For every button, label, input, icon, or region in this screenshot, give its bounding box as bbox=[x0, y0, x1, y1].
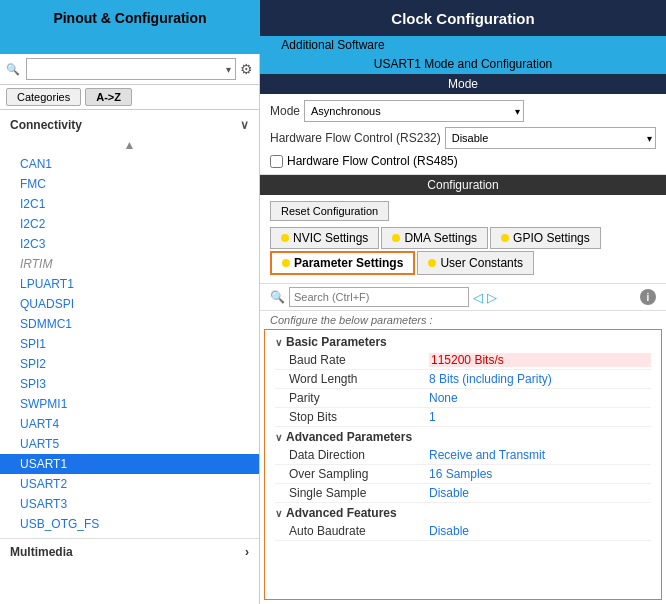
basic-section-header: ∨ Basic Parameters bbox=[275, 332, 651, 351]
mode-select-wrapper: Asynchronous bbox=[304, 100, 524, 122]
hw-flow-rs485-checkbox[interactable] bbox=[270, 155, 283, 168]
param-row-baud-rate: Baud Rate 115200 Bits/s bbox=[275, 351, 651, 370]
over-sampling-value: 16 Samples bbox=[429, 467, 651, 481]
search-dropdown-icon[interactable]: ▾ bbox=[226, 64, 231, 75]
advanced-features-label: Advanced Features bbox=[286, 506, 397, 520]
list-item-swpmi1[interactable]: SWPMI1 bbox=[0, 394, 259, 414]
gpio-label: GPIO Settings bbox=[513, 231, 590, 245]
list-item-quadspi[interactable]: QUADSPI bbox=[0, 294, 259, 314]
param-dot bbox=[282, 259, 290, 267]
tab-dma-settings[interactable]: DMA Settings bbox=[381, 227, 488, 249]
settings-icon[interactable]: ⚙ bbox=[240, 61, 253, 77]
word-length-value: 8 Bits (including Parity) bbox=[429, 372, 651, 386]
list-item-i2c2[interactable]: I2C2 bbox=[0, 214, 259, 234]
search-input[interactable] bbox=[31, 63, 224, 75]
mode-fields: Mode Asynchronous Hardware Flow Control … bbox=[260, 94, 666, 175]
over-sampling-name: Over Sampling bbox=[289, 467, 429, 481]
multimedia-expand-icon: › bbox=[245, 545, 249, 559]
list-item-usart1[interactable]: USART1 bbox=[0, 454, 259, 474]
list-item-irtim[interactable]: IRTIM bbox=[0, 254, 259, 274]
baud-rate-value: 115200 Bits/s bbox=[429, 353, 651, 367]
list-item-sdmmc1[interactable]: SDMMC1 bbox=[0, 314, 259, 334]
baud-rate-name: Baud Rate bbox=[289, 353, 429, 367]
list-item-spi1[interactable]: SPI1 bbox=[0, 334, 259, 354]
mode-section-header: Mode bbox=[260, 74, 666, 94]
reset-config-button[interactable]: Reset Configuration bbox=[270, 201, 389, 221]
param-row-auto-baudrate: Auto Baudrate Disable bbox=[275, 522, 651, 541]
parity-value: None bbox=[429, 391, 651, 405]
mode-select[interactable]: Asynchronous bbox=[304, 100, 524, 122]
stop-bits-name: Stop Bits bbox=[289, 410, 429, 424]
tab-categories[interactable]: Categories bbox=[6, 88, 81, 106]
advanced-collapse-icon[interactable]: ∨ bbox=[275, 432, 282, 443]
auto-baudrate-name: Auto Baudrate bbox=[289, 524, 429, 538]
config-inner: Reset Configuration NVIC Settings DMA Se… bbox=[260, 195, 666, 283]
param-search-input[interactable] bbox=[294, 291, 464, 303]
basic-section-label: Basic Parameters bbox=[286, 335, 387, 349]
advanced-features-header: ∨ Advanced Features bbox=[275, 503, 651, 522]
list-item-spi2[interactable]: SPI2 bbox=[0, 354, 259, 374]
tab-atoz[interactable]: A->Z bbox=[85, 88, 132, 106]
nav-prev-icon[interactable]: ◁ bbox=[473, 290, 483, 305]
data-direction-name: Data Direction bbox=[289, 448, 429, 462]
single-sample-name: Single Sample bbox=[289, 486, 429, 500]
user-dot bbox=[428, 259, 436, 267]
usart-mode-header: USART1 Mode and Configuration bbox=[260, 54, 666, 74]
search-bar: 🔍 ▾ ⚙ bbox=[0, 54, 259, 85]
left-tabs-bar: Categories A->Z bbox=[0, 85, 259, 110]
advanced-section-header: ∨ Advanced Parameters bbox=[275, 427, 651, 446]
hw-flow-label: Hardware Flow Control (RS232) bbox=[270, 131, 441, 145]
nvic-dot bbox=[281, 234, 289, 242]
hw-flow-select[interactable]: Disable bbox=[445, 127, 656, 149]
single-sample-value: Disable bbox=[429, 486, 651, 500]
dma-label: DMA Settings bbox=[404, 231, 477, 245]
pinout-config-header: Pinout & Configuration bbox=[0, 0, 260, 36]
list-item-usart2[interactable]: USART2 bbox=[0, 474, 259, 494]
configure-text: Configure the below parameters : bbox=[260, 311, 666, 329]
mode-label: Mode bbox=[270, 104, 300, 118]
basic-collapse-icon[interactable]: ∨ bbox=[275, 337, 282, 348]
list-item-lpuart1[interactable]: LPUART1 bbox=[0, 274, 259, 294]
param-row-single-sample: Single Sample Disable bbox=[275, 484, 651, 503]
hw-flow-rs485-row: Hardware Flow Control (RS485) bbox=[270, 154, 656, 168]
list-item-usart3[interactable]: USART3 bbox=[0, 494, 259, 514]
tab-gpio-settings[interactable]: GPIO Settings bbox=[490, 227, 601, 249]
params-table: ∨ Basic Parameters Baud Rate 115200 Bits… bbox=[264, 329, 662, 600]
list-item-fmc[interactable]: FMC bbox=[0, 174, 259, 194]
connectivity-category[interactable]: Connectivity ∨ bbox=[0, 114, 259, 136]
multimedia-category[interactable]: Multimedia › bbox=[0, 538, 259, 565]
connectivity-expand-icon: ∨ bbox=[240, 118, 249, 132]
list-item-uart4[interactable]: UART4 bbox=[0, 414, 259, 434]
list-item-can1[interactable]: CAN1 bbox=[0, 154, 259, 174]
tab-parameter-settings[interactable]: Parameter Settings bbox=[270, 251, 415, 275]
param-search-icon: 🔍 bbox=[270, 290, 285, 304]
config-section-header: Configuration bbox=[260, 175, 666, 195]
nav-next-icon[interactable]: ▷ bbox=[487, 290, 497, 305]
divider-triangle: ▲ bbox=[0, 136, 259, 154]
data-direction-value: Receive and Transmit bbox=[429, 448, 651, 462]
hw-flow-rs485-label: Hardware Flow Control (RS485) bbox=[287, 154, 458, 168]
hw-flow-row: Hardware Flow Control (RS232) Disable bbox=[270, 127, 656, 149]
additional-software-bar: Additional Software bbox=[0, 36, 666, 54]
list-item-spi3[interactable]: SPI3 bbox=[0, 374, 259, 394]
auto-baudrate-value: Disable bbox=[429, 524, 651, 538]
list-item-i2c1[interactable]: I2C1 bbox=[0, 194, 259, 214]
param-row-word-length: Word Length 8 Bits (including Parity) bbox=[275, 370, 651, 389]
word-length-name: Word Length bbox=[289, 372, 429, 386]
clock-config-header: Clock Configuration bbox=[260, 0, 666, 36]
list-item-i2c3[interactable]: I2C3 bbox=[0, 234, 259, 254]
tab-nvic-settings[interactable]: NVIC Settings bbox=[270, 227, 379, 249]
list-item-usb-otg-fs[interactable]: USB_OTG_FS bbox=[0, 514, 259, 534]
gpio-dot bbox=[501, 234, 509, 242]
list-item-uart5[interactable]: UART5 bbox=[0, 434, 259, 454]
left-list: Connectivity ∨ ▲ CAN1 FMC I2C1 I2C2 I2C3… bbox=[0, 110, 259, 604]
tab-user-constants[interactable]: User Constants bbox=[417, 251, 534, 275]
features-collapse-icon[interactable]: ∨ bbox=[275, 508, 282, 519]
param-row-data-direction: Data Direction Receive and Transmit bbox=[275, 446, 651, 465]
user-label: User Constants bbox=[440, 256, 523, 270]
dma-dot bbox=[392, 234, 400, 242]
info-icon[interactable]: i bbox=[640, 289, 656, 305]
param-row-stop-bits: Stop Bits 1 bbox=[275, 408, 651, 427]
param-row-parity: Parity None bbox=[275, 389, 651, 408]
hw-flow-select-wrapper: Disable bbox=[445, 127, 656, 149]
